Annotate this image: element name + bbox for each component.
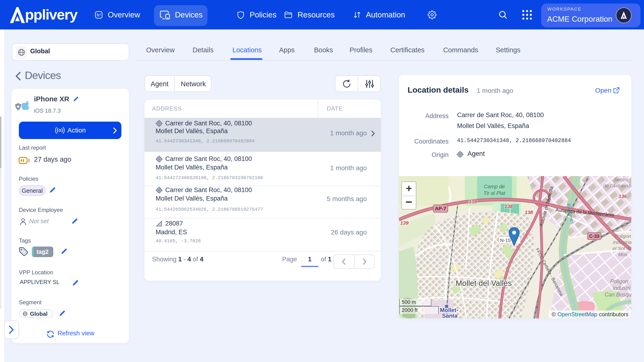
svg-text:C-33: C-33 [589,234,599,239]
svg-text:el Sot del: el Sot del [612,246,631,251]
svg-text:de l'Autopista: de l'Autopista [603,183,631,188]
svg-text:136: 136 [618,194,627,199]
svg-text:Tir al Plat: Tir al Plat [484,190,506,196]
svg-text:Mollet del Vallès: Mollet del Vallès [456,279,512,288]
svg-text:industrial: industrial [613,240,631,245]
svg-text:Sector: Sector [614,177,628,182]
svg-text:139: 139 [468,199,477,204]
svg-text:Mollet-: Mollet- [440,307,458,313]
svg-text:Poligon: Poligon [614,233,631,239]
svg-text:Poligon: Poligon [610,278,628,284]
svg-text:Moli: Moli [618,252,628,257]
svg-text:138: 138 [504,204,513,209]
svg-text:Camp de: Camp de [484,184,505,190]
svg-text:138: 138 [525,210,533,215]
svg-text:pplivery: pplivery [25,6,78,22]
svg-text:139: 139 [400,220,408,226]
svg-text:Can Bosqu: Can Bosqu [605,292,631,298]
svg-text:N-15: N-15 [500,238,511,243]
svg-text:Santa: Santa [442,312,458,318]
svg-text:AP-7: AP-7 [435,206,446,211]
svg-text:industri: industri [613,285,630,291]
